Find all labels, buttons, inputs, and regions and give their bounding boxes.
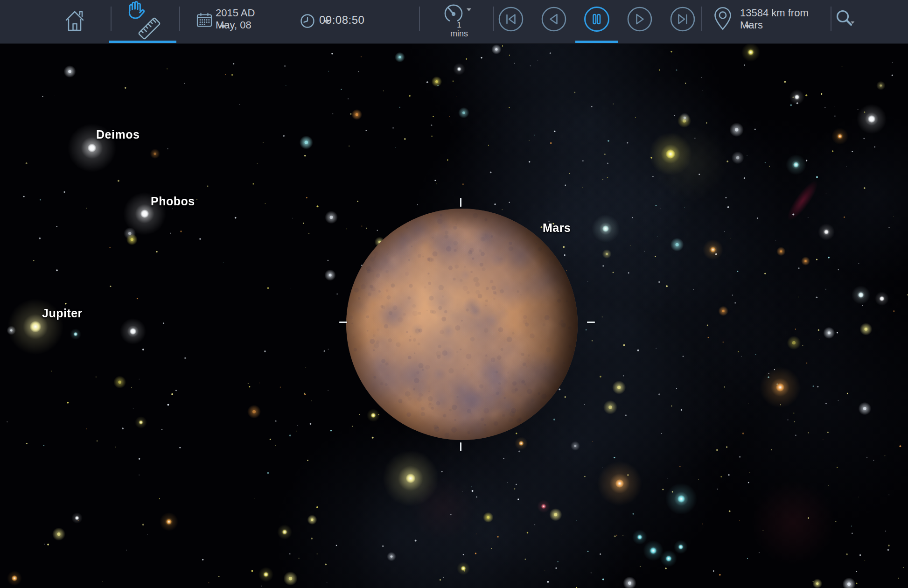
sky-canvas[interactable] xyxy=(0,43,908,588)
location-line1: 13584 km from xyxy=(740,7,809,19)
measure-ruler-button[interactable] xyxy=(134,14,164,43)
skip-back-icon xyxy=(498,6,524,32)
location-button[interactable]: 13584 km from Mars xyxy=(712,6,824,38)
play-backward-button[interactable] xyxy=(541,6,567,32)
label-deimos[interactable]: Deimos xyxy=(96,128,140,141)
label-jupiter[interactable]: Jupiter xyxy=(42,307,83,320)
divider xyxy=(111,7,112,31)
selection-tick xyxy=(339,322,347,323)
pause-icon xyxy=(584,6,610,33)
search-icon xyxy=(835,9,859,32)
selection-tick xyxy=(587,322,595,323)
home-icon xyxy=(64,8,85,33)
play-button[interactable] xyxy=(627,6,653,32)
active-tool-underline xyxy=(109,41,176,43)
location-line2: Mars xyxy=(740,19,751,31)
label-mars[interactable]: Mars xyxy=(543,221,571,235)
play-backward-icon xyxy=(541,6,567,32)
skip-back-button[interactable] xyxy=(498,6,524,32)
divider xyxy=(493,7,494,31)
speed-unit: mins xyxy=(438,29,481,39)
toolbar: 2015 AD May, 08 09:08:50 1 mins xyxy=(0,0,908,44)
calendar-icon xyxy=(196,13,212,28)
selection-tick xyxy=(460,198,461,207)
home-button[interactable] xyxy=(64,8,85,33)
divider xyxy=(179,7,180,31)
play-icon xyxy=(627,6,653,32)
location-pin-icon xyxy=(713,7,732,31)
ruler-icon xyxy=(134,14,164,43)
skip-forward-button[interactable] xyxy=(670,6,696,32)
time-text: 09:08:50 xyxy=(319,14,330,26)
sky-stage: Mars Deimos Phobos Jupiter xyxy=(0,0,908,588)
skip-forward-icon xyxy=(670,6,696,32)
speed-value: 1 xyxy=(438,21,481,30)
date-era-text: 2015 AD xyxy=(216,7,255,19)
clock-icon xyxy=(300,14,315,28)
search-button[interactable] xyxy=(835,9,859,32)
date-day-text: May, 08 xyxy=(216,19,226,31)
time-speed-button[interactable]: 1 mins xyxy=(438,2,481,41)
time-picker-button[interactable]: 09:08:50 xyxy=(299,7,406,35)
label-phobos[interactable]: Phobos xyxy=(151,195,195,208)
date-picker-button[interactable]: 2015 AD May, 08 xyxy=(195,6,284,37)
divider xyxy=(831,7,831,31)
active-playback-underline xyxy=(575,41,618,43)
divider xyxy=(701,7,702,31)
pause-button[interactable] xyxy=(584,6,610,33)
divider xyxy=(419,7,420,31)
selection-tick xyxy=(460,442,461,451)
